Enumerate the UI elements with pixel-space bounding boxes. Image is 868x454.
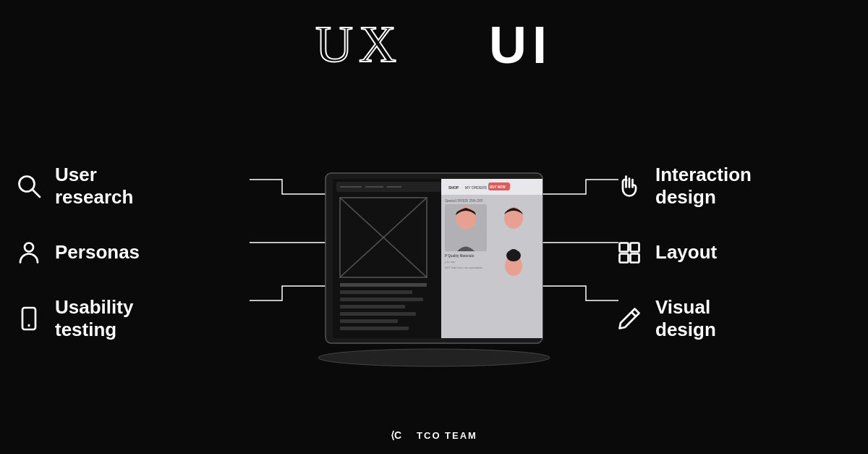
brand-logo: ⟨C TCO TEAM [391,428,477,442]
left-panel: Userresearch Personas Usabilitytesting [14,94,260,411]
person-icon [14,238,43,267]
grid-icon [615,238,644,267]
svg-text:SHOP: SHOP [448,185,459,190]
svg-line-7 [33,190,40,198]
interaction-design-text: Interactiondesign [655,164,752,209]
svg-rect-22 [340,283,427,287]
personas-text: Personas [55,241,140,264]
brand-name: TCO TEAM [417,430,477,441]
svg-rect-25 [340,305,405,308]
phone-icon [14,304,43,333]
svg-rect-46 [620,243,629,251]
pen-icon [615,304,644,333]
svg-text:P Quality Materials: P Quality Materials [445,254,475,258]
svg-text:⟨C: ⟨C [391,429,401,441]
usability-testing-text: Usabilitytesting [55,296,133,341]
search-icon [14,172,43,201]
svg-text:MY ORDERS: MY ORDERS [465,185,488,190]
svg-point-11 [318,349,550,366]
layout-text: Layout [655,241,717,264]
hand-icon [615,172,644,201]
svg-text:24/7 help from our specialists: 24/7 help from our specialists [445,266,482,269]
feature-interaction-design: Interactiondesign [608,164,854,209]
svg-text:Special OFFER! 25% OFF: Special OFFER! 25% OFF [445,199,483,203]
svg-line-50 [631,312,636,316]
right-panel: Interactiondesign Layout Vis [608,94,854,411]
feature-layout: Layout [608,238,854,267]
svg-rect-24 [340,298,423,301]
svg-rect-26 [340,312,416,316]
svg-rect-47 [631,243,639,251]
svg-rect-49 [631,253,639,262]
svg-point-45 [509,249,518,256]
laptop-illustration: SHOP MY ORDERS BUY NOW Special OFFER! 25… [282,130,586,376]
svg-text:BUY NOW: BUY NOW [490,185,506,189]
ux-title: UX [315,14,402,75]
visual-design-text: Visualdesign [655,296,716,341]
svg-rect-27 [340,319,398,323]
svg-rect-48 [620,253,629,262]
feature-personas: Personas [14,238,260,267]
footer: ⟨C TCO TEAM [0,428,868,442]
main-content: Userresearch Personas Usabilitytesting [0,94,868,411]
feature-visual-design: Visualdesign [608,296,854,341]
svg-text:y to use: y to use [445,260,456,264]
feature-user-research: Userresearch [14,164,260,209]
tco-logo-icon: ⟨C [391,428,411,442]
user-research-text: Userresearch [55,164,133,209]
svg-rect-23 [340,290,412,294]
feature-usability-testing: Usabilitytesting [14,296,260,341]
svg-rect-28 [340,327,409,330]
svg-point-8 [25,243,33,251]
ui-title: UI [489,15,553,75]
header: UX UI [0,14,868,75]
